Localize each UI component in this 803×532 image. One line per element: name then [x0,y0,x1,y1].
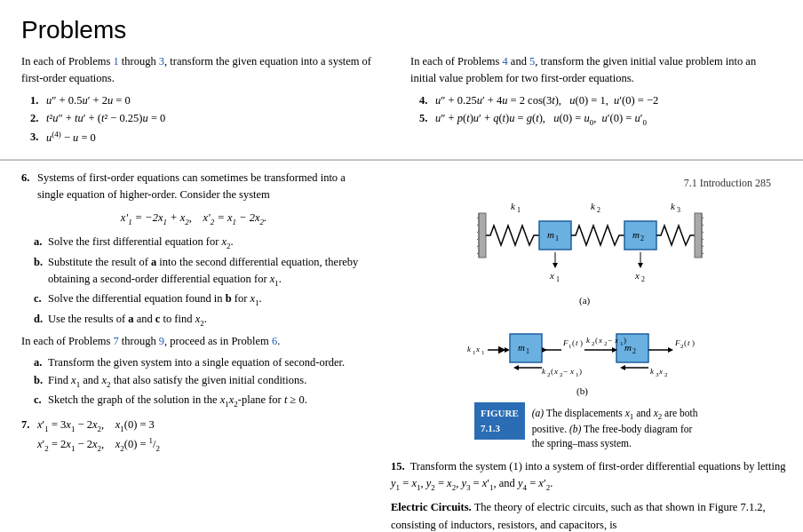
problem-4-text: u″ + 0.25u′ + 4u = 2 cos(3t), u(0) = 1, … [435,92,658,109]
svg-text:2: 2 [632,347,636,355]
problem-3-text: u(4) − u = 0 [46,129,96,147]
svg-text:): ) [580,338,583,347]
bottom-section: 6. Systems of first-order equations can … [0,161,803,532]
problem-6-num: 6. [21,170,34,204]
bottom-left-col: 6. Systems of first-order equations can … [0,161,382,532]
electric-title: Electric Circuits. [391,501,472,513]
link-3[interactable]: 3 [159,55,164,67]
svg-text:k: k [591,201,596,211]
problems-7-9-subitems: a. Transform the given system into a sin… [34,354,366,411]
svg-text:(a): (a) [579,295,591,306]
svg-text:t: t [576,338,578,347]
problem-2: 2. t²u″ + tu′ + (t² − 0.25)u = 0 [21,110,393,127]
sub-text-d: Use the results of a and c to find x2. [48,311,207,330]
svg-text:−: − [563,367,568,376]
problem-7: 7. x′1 = 3x1 − 2x2, x1(0) = 3 x′2 = 2x1 … [21,417,366,456]
svg-marker-86 [620,365,625,370]
sub-text-7b: Find x1 and x2 that also satisfy the giv… [48,372,306,391]
sub-item-a: a. Solve the first differential equation… [34,234,366,252]
sub-label-7c: c. [34,392,44,410]
svg-text:x: x [549,270,554,281]
svg-text:3: 3 [677,206,680,214]
svg-text:x: x [614,336,618,345]
svg-rect-20 [695,213,702,258]
problem-5-num: 5. [419,110,432,129]
equation-6: x′1 = −2x1 + x2, x′2 = x1 − 2x2. [21,210,366,228]
sub-label-7a: a. [34,354,44,371]
svg-marker-42 [505,347,510,353]
svg-text:k: k [586,336,591,345]
svg-text:x: x [658,367,663,376]
sub-label-b: b. [34,254,44,290]
sub-item-7a: a. Transform the given system into a sin… [34,354,366,371]
link-5[interactable]: 5 [529,55,535,67]
problem-5: 5. u″ + p(t)u′ + q(t)u = g(t), u(0) = u0… [410,110,782,129]
sub-text-7c: Sketch the graph of the solution in the … [48,392,307,410]
svg-text:(: ( [684,338,687,347]
problem-1: 1. u″ + 0.5u′ + 2u = 0 [21,92,393,109]
svg-text:F: F [562,338,568,347]
diagram-area: k 1 k 2 k 3 [391,199,789,451]
problem-6-subitems: a. Solve the first differential equation… [34,234,366,330]
sub-text-7a: Transform the given system into a single… [48,354,345,371]
svg-text:m: m [518,342,525,353]
svg-text:1: 1 [517,206,521,214]
problem-2-text: t²u″ + tu′ + (t² − 0.25)u = 0 [46,110,165,127]
page-title: Problems [21,16,782,44]
link-1[interactable]: 1 [113,55,118,67]
sub-item-7c: c. Sketch the graph of the solution in t… [34,392,366,410]
svg-text:(: ( [595,336,598,345]
svg-text:m: m [632,229,640,240]
svg-text:x: x [634,270,640,281]
problems-7-9-intro: In each of Problems 7 through 9, proceed… [21,333,366,350]
sub-item-7b: b. Find x1 and x2 that also satisfy the … [34,372,366,391]
svg-text:k: k [671,201,676,211]
right-problems-col: In each of Problems 4 and 5, transform t… [410,53,782,148]
svg-text:): ) [624,336,626,345]
svg-text:k: k [650,367,655,376]
svg-text:t: t [688,338,690,347]
svg-text:k: k [542,367,546,376]
figure-caption-block: FIGURE 7.1.3 (a) The displacements x1 an… [474,402,705,451]
problems-grid: In each of Problems 1 through 3, transfo… [21,53,782,148]
svg-text:): ) [692,338,695,347]
link-7[interactable]: 7 [113,335,118,347]
right-intro-text: In each of Problems 4 and 5, transform t… [410,53,782,87]
svg-text:2: 2 [597,206,600,214]
sub-text-a: Solve the first differential equation fo… [48,234,234,252]
link-4[interactable]: 4 [502,55,507,67]
problem-7-eq2: x′2 = 2x1 − 2x2, x2(0) = 1/2 [37,435,160,456]
svg-text:m: m [547,229,554,240]
problem-7-num: 7. [21,417,34,456]
problem-3-num: 3. [30,129,43,147]
svg-text:2: 2 [640,234,644,242]
figure-label: FIGURE 7.1.3 [474,402,525,440]
problem-15-text: Transform the system (1) into a system o… [391,460,786,489]
page-ref: 7.1 Introduction 285 [391,170,789,192]
electric-circuits: Electric Circuits. The theory of electri… [391,499,789,532]
top-section: Problems In each of Problems 1 through 3… [0,0,803,160]
svg-text:x: x [569,367,574,376]
link-6[interactable]: 6 [272,335,277,347]
problem-6-text: Systems of first-order equations can som… [37,170,366,204]
problem-3: 3. u(4) − u = 0 [21,129,393,147]
problem-15-num: 15. [391,460,408,472]
svg-rect-6 [479,213,486,258]
sub-label-7b: b. [34,372,44,391]
svg-text:1: 1 [481,349,485,356]
problem-7-eq1: x′1 = 3x1 − 2x2, x1(0) = 3 [37,417,160,435]
svg-text:k: k [467,345,472,353]
svg-text:1: 1 [556,275,560,283]
svg-text:(: ( [551,367,553,376]
sub-text-c: Solve the differential equation found in… [48,290,262,309]
link-9[interactable]: 9 [159,335,164,347]
problem-1-text: u″ + 0.5u′ + 2u = 0 [46,92,131,109]
left-problems-col: In each of Problems 1 through 3, transfo… [21,53,393,148]
svg-text:1: 1 [555,234,559,242]
svg-text:1: 1 [526,347,529,355]
page-ref-text: 7.1 Introduction 285 [684,177,771,189]
svg-text:k: k [511,201,516,211]
svg-text:(: ( [572,338,575,347]
svg-text:F: F [674,338,680,347]
svg-text:(b): (b) [576,385,588,397]
